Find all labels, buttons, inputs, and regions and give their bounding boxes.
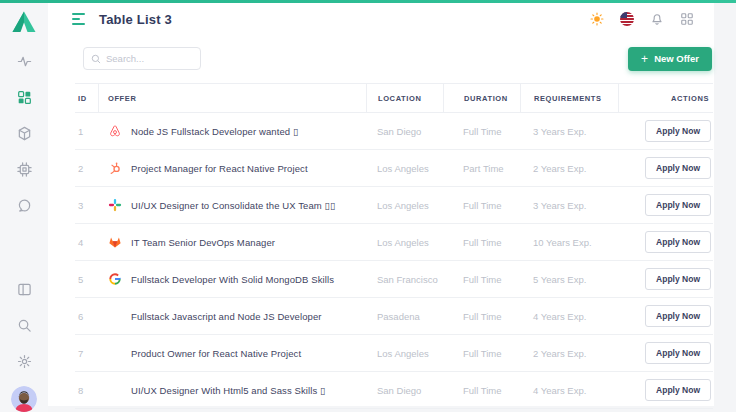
- col-actions: ACTIONS: [618, 84, 713, 112]
- row-duration: Full Time: [443, 237, 520, 248]
- slack-icon: [107, 198, 122, 213]
- row-location: Los Angeles: [366, 163, 443, 174]
- search-icon: [91, 54, 101, 64]
- row-duration: Part Time: [443, 163, 520, 174]
- row-requirements: 2 Years Exp.: [520, 348, 618, 359]
- menu-toggle-icon[interactable]: [72, 13, 86, 25]
- row-id: 8: [75, 385, 98, 396]
- offers-table: ID OFFER LOCATION DURATION REQUIREMENTS …: [75, 83, 713, 409]
- top-accent-strip: [0, 0, 736, 3]
- apply-now-button[interactable]: Apply Now: [645, 157, 711, 179]
- row-location: Los Angeles: [366, 200, 443, 211]
- activity-icon[interactable]: [16, 54, 32, 70]
- apply-now-button[interactable]: Apply Now: [645, 305, 711, 327]
- chat-bubble-icon[interactable]: [16, 198, 32, 214]
- row-duration: Full Time: [443, 311, 520, 322]
- row-location: Los Angeles: [366, 348, 443, 359]
- offer-title[interactable]: Fullstack Javascript and Node JS Develop…: [131, 311, 322, 322]
- page-header: Table List 3: [48, 3, 714, 33]
- hubspot-icon: [107, 161, 122, 176]
- offer-title[interactable]: UI/UX Designer to Consolidate the UX Tea…: [131, 200, 335, 211]
- row-id: 1: [75, 126, 98, 137]
- row-location: San Diego: [366, 385, 443, 396]
- row-location: San Francisco: [366, 274, 443, 285]
- apps-grid-icon[interactable]: [679, 12, 694, 27]
- company-icon: [107, 383, 122, 398]
- sun-icon[interactable]: [589, 12, 604, 27]
- layout-panel-icon[interactable]: [16, 281, 32, 297]
- row-duration: Full Time: [443, 385, 520, 396]
- gitlab-icon: [107, 235, 122, 250]
- row-duration: Full Time: [443, 200, 520, 211]
- col-location[interactable]: LOCATION: [366, 84, 443, 112]
- row-requirements: 4 Years Exp.: [520, 385, 618, 396]
- col-requirements[interactable]: REQUIREMENTS: [520, 84, 618, 112]
- apply-now-button[interactable]: Apply Now: [645, 194, 711, 216]
- cpu-icon[interactable]: [16, 162, 32, 178]
- row-location: Pasadena: [366, 311, 443, 322]
- offer-title[interactable]: Project Manager for React Native Project: [131, 163, 308, 174]
- row-requirements: 10 Years Exp.: [520, 237, 618, 248]
- offer-title[interactable]: Fullstack Developer With Solid MongoDB S…: [131, 274, 334, 285]
- row-duration: Full Time: [443, 348, 520, 359]
- table-row: 6 Fullstack Javascript and Node JS Devel…: [75, 298, 713, 335]
- row-id: 2: [75, 163, 98, 174]
- table-row: 7 Product Owner for React Native Project…: [75, 335, 713, 372]
- apply-now-button[interactable]: Apply Now: [645, 120, 711, 142]
- offer-title[interactable]: Product Owner for React Native Project: [131, 348, 301, 359]
- offer-title[interactable]: IT Team Senior DevOps Manager: [131, 237, 275, 248]
- row-duration: Full Time: [443, 126, 520, 137]
- plus-icon: +: [641, 53, 648, 65]
- packages-cube-icon[interactable]: [16, 126, 32, 142]
- company-icon: [107, 346, 122, 361]
- search-input[interactable]: [106, 53, 193, 64]
- row-requirements: 5 Years Exp.: [520, 274, 618, 285]
- search-icon[interactable]: [16, 317, 32, 333]
- company-icon: [107, 309, 122, 324]
- google-icon: [107, 272, 122, 287]
- row-location: San Diego: [366, 126, 443, 137]
- table-row: 5 Fullstack Developer With Solid MongoDB…: [75, 261, 713, 298]
- apply-now-button[interactable]: Apply Now: [645, 231, 711, 253]
- row-id: 5: [75, 274, 98, 285]
- row-requirements: 4 Years Exp.: [520, 311, 618, 322]
- apply-now-button[interactable]: Apply Now: [645, 379, 711, 401]
- search-box[interactable]: [83, 47, 201, 70]
- airbnb-icon: [107, 124, 122, 139]
- row-id: 4: [75, 237, 98, 248]
- col-offer[interactable]: OFFER: [98, 84, 366, 112]
- row-location: Los Angeles: [366, 237, 443, 248]
- dashboard-grid-icon[interactable]: [16, 90, 32, 106]
- table-row: 2 Project Manager for React Native Proje…: [75, 150, 713, 187]
- settings-gear-icon[interactable]: [16, 353, 32, 369]
- new-offer-button[interactable]: + New Offer: [628, 47, 712, 71]
- table-body: 1 Node JS Fullstack Developer wanted ▯ S…: [75, 113, 713, 409]
- row-id: 6: [75, 311, 98, 322]
- sidebar: [0, 3, 48, 412]
- row-duration: Full Time: [443, 274, 520, 285]
- table-row: 3 UI/UX Designer to Consolidate the UX T…: [75, 187, 713, 224]
- apply-now-button[interactable]: Apply Now: [645, 268, 711, 290]
- offer-title[interactable]: UI/UX Designer With Html5 and Sass Skill…: [131, 385, 325, 396]
- col-duration[interactable]: DURATION: [443, 84, 520, 112]
- bell-icon[interactable]: [649, 12, 664, 27]
- row-id: 3: [75, 200, 98, 211]
- page-title: Table List 3: [99, 12, 172, 27]
- table-header: ID OFFER LOCATION DURATION REQUIREMENTS …: [75, 83, 713, 113]
- row-requirements: 2 Years Exp.: [520, 163, 618, 174]
- main-panel: Table List 3 + New Offer ID: [48, 3, 714, 406]
- apply-now-button[interactable]: Apply Now: [645, 342, 711, 364]
- table-row: 1 Node JS Fullstack Developer wanted ▯ S…: [75, 113, 713, 150]
- offer-title[interactable]: Node JS Fullstack Developer wanted ▯: [131, 126, 298, 137]
- col-id[interactable]: ID: [75, 84, 98, 112]
- row-id: 7: [75, 348, 98, 359]
- app-logo[interactable]: [11, 10, 37, 34]
- us-flag-icon[interactable]: [619, 12, 634, 27]
- row-requirements: 3 Years Exp.: [520, 200, 618, 211]
- toolbar: + New Offer: [48, 33, 714, 80]
- row-requirements: 3 Years Exp.: [520, 126, 618, 137]
- user-avatar[interactable]: [11, 386, 37, 412]
- table-row: 8 UI/UX Designer With Html5 and Sass Ski…: [75, 372, 713, 409]
- table-row: 4 IT Team Senior DevOps Manager Los Ange…: [75, 224, 713, 261]
